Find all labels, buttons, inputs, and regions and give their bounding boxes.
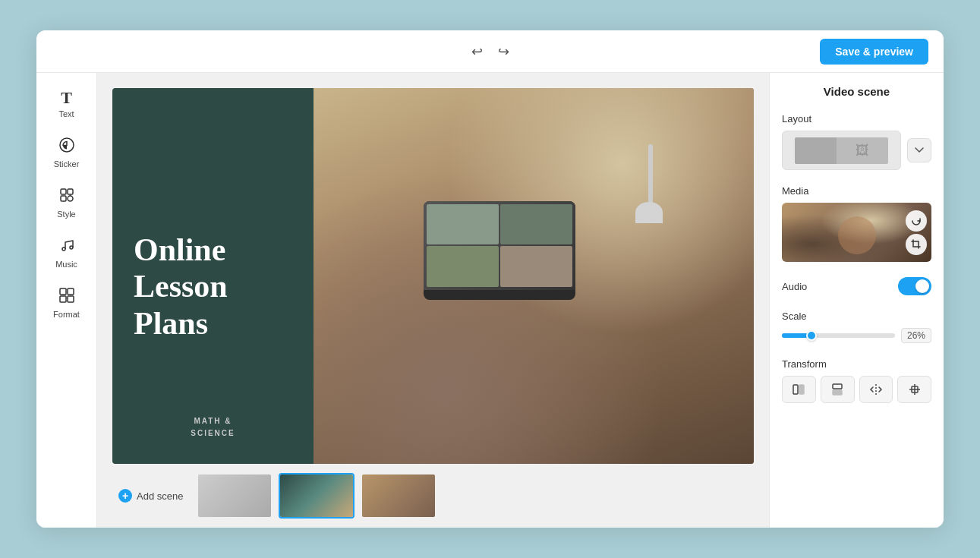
sidebar-item-music[interactable]: Music [39, 229, 94, 276]
add-scene-button[interactable]: + Add scene [112, 486, 189, 506]
scene-title: Online Lesson Plans [134, 232, 292, 342]
layout-image-icon: 🖼 [856, 143, 869, 159]
svg-rect-11 [68, 296, 74, 302]
sidebar-item-style[interactable]: Style [39, 179, 94, 226]
scene-strip: + Add scene [112, 473, 754, 519]
save-preview-button[interactable]: Save & preview [820, 39, 928, 65]
style-icon [58, 187, 75, 206]
sidebar-label-style: Style [57, 210, 75, 219]
text-icon: T [61, 90, 72, 106]
media-refresh-button[interactable] [906, 210, 927, 232]
scene-canvas[interactable]: Online Lesson Plans MATH &SCIENCE [112, 88, 754, 464]
media-label: Media [782, 185, 931, 197]
layout-label: Layout [782, 113, 931, 125]
main-content: T Text Sticker [36, 73, 944, 528]
add-scene-icon: + [118, 489, 132, 503]
scene-thumbnails [197, 473, 436, 519]
svg-rect-8 [60, 288, 66, 295]
scale-value: 26% [901, 328, 931, 343]
sidebar-label-text: Text [58, 109, 74, 118]
audio-section: Audio [782, 277, 931, 295]
layout-selector: 🖼 [782, 131, 931, 170]
transform-flip-v-button[interactable] [821, 376, 855, 403]
scene-thumb-1[interactable] [197, 473, 273, 519]
layout-preview: 🖼 [782, 131, 901, 170]
svg-point-7 [70, 246, 73, 249]
panel-title: Video scene [782, 85, 931, 98]
laptop-shape [424, 201, 575, 300]
svg-rect-12 [793, 385, 798, 394]
scale-label: Scale [782, 311, 931, 322]
svg-point-6 [62, 247, 65, 251]
svg-rect-2 [68, 189, 73, 194]
redo-button[interactable]: ↪ [493, 39, 514, 65]
svg-rect-9 [68, 288, 74, 295]
transform-mirror-button[interactable] [859, 376, 893, 403]
scene-thumb-2[interactable] [279, 473, 355, 519]
audio-toggle-row: Audio [782, 277, 931, 295]
sidebar-label-sticker: Sticker [54, 159, 80, 169]
toggle-knob [915, 279, 929, 293]
svg-rect-15 [833, 390, 842, 395]
scene-thumb-3[interactable] [361, 473, 436, 519]
sidebar-label-format: Format [53, 310, 80, 319]
media-section: Media [782, 185, 931, 262]
left-sidebar: T Text Sticker [36, 73, 97, 528]
scale-section: Scale 26% [782, 311, 931, 343]
svg-point-4 [68, 196, 73, 201]
layout-section: Layout 🖼 [782, 113, 931, 170]
sticker-icon [58, 137, 75, 156]
media-crop-button[interactable] [906, 234, 927, 255]
scene-right-panel [314, 88, 754, 464]
top-bar-center: ↩ ↪ [467, 39, 514, 65]
sidebar-item-format[interactable]: Format [39, 279, 94, 326]
top-bar: ↩ ↪ Save & preview [36, 30, 944, 73]
music-icon [58, 237, 75, 257]
transform-center-button[interactable] [897, 376, 931, 403]
svg-rect-1 [61, 189, 66, 194]
svg-rect-14 [833, 384, 842, 389]
scale-row: 26% [782, 328, 931, 343]
undo-button[interactable]: ↩ [467, 39, 487, 65]
svg-rect-13 [799, 385, 804, 394]
scale-slider[interactable] [782, 333, 895, 338]
add-scene-label: Add scene [137, 490, 183, 502]
app-window: ↩ ↪ Save & preview T Text Sti [36, 30, 944, 528]
media-actions [906, 203, 927, 262]
media-thumbnail[interactable] [782, 203, 931, 262]
transform-label: Transform [782, 358, 931, 370]
svg-rect-3 [61, 196, 66, 201]
transform-flip-h-button[interactable] [782, 376, 816, 403]
format-icon [58, 287, 75, 307]
sidebar-item-text[interactable]: T Text [39, 82, 94, 126]
audio-label: Audio [782, 281, 807, 292]
svg-rect-10 [60, 296, 66, 302]
layout-dropdown-button[interactable] [907, 138, 931, 162]
audio-toggle[interactable] [898, 277, 931, 295]
transform-buttons [782, 376, 931, 403]
scene-left-panel: Online Lesson Plans MATH &SCIENCE [112, 88, 314, 464]
right-panel: Video scene Layout 🖼 [769, 73, 944, 528]
scene-subtitle: MATH &SCIENCE [134, 415, 292, 440]
sidebar-item-sticker[interactable]: Sticker [39, 129, 94, 176]
sidebar-label-music: Music [55, 260, 77, 269]
canvas-area: Online Lesson Plans MATH &SCIENCE [97, 73, 769, 528]
transform-section: Transform [782, 358, 931, 403]
scene-image [314, 88, 754, 464]
